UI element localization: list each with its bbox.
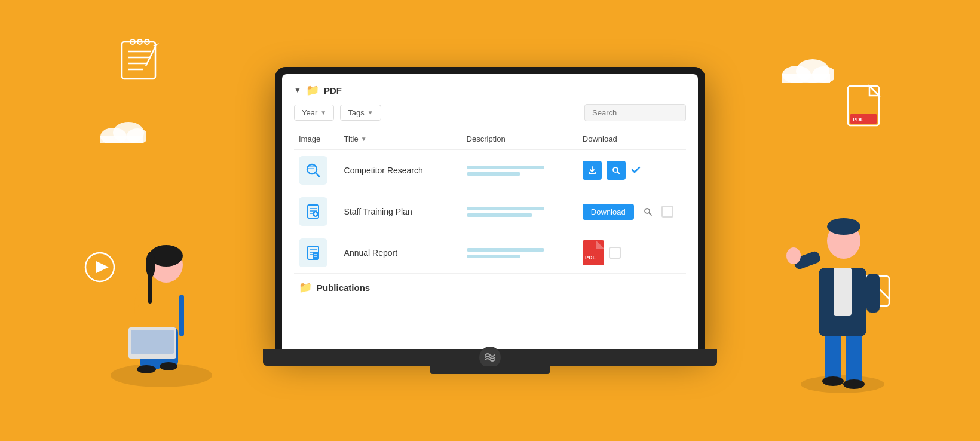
filters-row: Year ▼ Tags ▼ — [294, 104, 686, 121]
file-table: Image Title ▼ Description — [294, 131, 686, 301]
screen-content: ▼ 📁 PDF Year ▼ Tags ▼ — [282, 74, 698, 308]
search-input-wrap — [584, 104, 686, 121]
year-dropdown-arrow: ▼ — [320, 109, 326, 116]
row3-bar1 — [467, 248, 544, 252]
table-row: Staff Training Plan Download — [294, 191, 686, 232]
search-input[interactable] — [584, 104, 686, 121]
col-header-image: Image — [294, 131, 339, 150]
row1-bar2 — [467, 172, 520, 176]
svg-rect-49 — [866, 274, 880, 313]
deco-cloud-right — [780, 57, 834, 85]
row2-checkbox[interactable] — [662, 206, 673, 218]
row2-download-cell: Download — [578, 191, 686, 232]
svg-point-14 — [782, 66, 811, 83]
svg-marker-21 — [869, 86, 879, 96]
svg-marker-6 — [153, 43, 159, 47]
svg-point-16 — [812, 66, 834, 83]
row2-thumbnail — [299, 197, 327, 226]
subfolder-cell: 📁 Publications — [294, 274, 686, 302]
row3-title-cell: Annual Report — [339, 232, 462, 274]
row3-pdf-badge[interactable]: PDF — [583, 240, 604, 265]
svg-rect-22 — [850, 114, 877, 124]
table-row: Competitor Research — [294, 150, 686, 191]
row1-checkbox[interactable] — [630, 164, 641, 177]
laptop-stand — [430, 366, 550, 374]
svg-rect-56 — [307, 168, 314, 169]
svg-rect-13 — [100, 136, 143, 143]
svg-rect-52 — [829, 222, 858, 228]
svg-point-8 — [137, 39, 142, 44]
year-filter-label: Year — [302, 108, 317, 117]
svg-point-9 — [145, 39, 149, 44]
row2-title: Staff Training Plan — [344, 207, 412, 216]
deco-cloud-left — [99, 120, 146, 146]
row1-download-icon-button[interactable] — [583, 161, 602, 180]
folder-icon: 📁 — [306, 84, 319, 97]
person-standing — [783, 169, 902, 396]
svg-point-43 — [822, 376, 844, 386]
row3-thumbnail — [299, 238, 327, 267]
row3-checkbox[interactable] — [609, 247, 621, 259]
svg-rect-72 — [313, 252, 318, 259]
row2-download-button[interactable]: Download — [583, 204, 634, 220]
row1-download-actions — [583, 161, 681, 180]
sort-arrow-icon: ▼ — [361, 136, 367, 142]
svg-point-44 — [843, 379, 865, 389]
row2-title-cell: Staff Training Plan — [339, 191, 462, 232]
row2-bar2 — [467, 213, 532, 217]
tags-dropdown-arrow: ▼ — [368, 109, 373, 116]
svg-point-30 — [137, 365, 156, 373]
row3-download-cell: PDF — [578, 232, 686, 274]
svg-rect-55 — [307, 166, 316, 167]
svg-text:PDF: PDF — [585, 255, 596, 261]
row2-search-button[interactable] — [639, 203, 657, 220]
laptop-screen-inner: ▼ 📁 PDF Year ▼ Tags ▼ — [282, 74, 698, 349]
subfolder-row: 📁 Publications — [294, 274, 686, 302]
svg-rect-35 — [148, 274, 152, 304]
folder-name: PDF — [324, 85, 342, 96]
tags-filter-label: Tags — [348, 108, 364, 117]
svg-line-58 — [617, 172, 620, 174]
year-filter-button[interactable]: Year ▼ — [294, 105, 334, 121]
svg-rect-17 — [782, 74, 830, 83]
tags-filter-button[interactable]: Tags ▼ — [340, 105, 381, 121]
col-header-download: Download — [578, 131, 686, 150]
svg-point-66 — [645, 209, 650, 213]
row3-image-cell — [294, 232, 339, 274]
svg-point-15 — [796, 59, 829, 83]
row3-bar2 — [467, 255, 520, 258]
svg-point-12 — [127, 128, 146, 143]
row1-search-icon-button[interactable] — [607, 161, 626, 180]
svg-rect-41 — [825, 330, 841, 381]
col-header-title: Title ▼ — [339, 131, 462, 150]
row1-desc-bars — [467, 166, 573, 176]
svg-point-57 — [613, 167, 618, 172]
table-header-row: Image Title ▼ Description — [294, 131, 686, 150]
svg-rect-20 — [848, 86, 879, 125]
row2-bar1 — [467, 207, 544, 210]
row1-thumbnail — [299, 156, 327, 185]
svg-line-54 — [316, 173, 319, 176]
subfolder-name: Publications — [317, 283, 370, 293]
svg-text:PDF: PDF — [853, 117, 864, 122]
svg-line-67 — [649, 213, 651, 216]
svg-point-40 — [801, 375, 884, 393]
row3-desc-bars — [467, 248, 573, 258]
title-sort-button[interactable]: Title ▼ — [344, 134, 457, 143]
svg-point-31 — [160, 362, 177, 370]
row1-title-cell: Competitor Research — [339, 150, 462, 191]
row1-desc-cell — [462, 150, 578, 191]
svg-line-5 — [146, 47, 155, 66]
laptop-screen-outer: ▼ 📁 PDF Year ▼ Tags ▼ — [275, 67, 705, 349]
row3-desc-cell — [462, 232, 578, 274]
deco-notepad — [120, 36, 161, 84]
row1-title: Competitor Research — [344, 166, 423, 175]
table-row: Annual Report — [294, 232, 686, 274]
row2-desc-cell — [462, 191, 578, 232]
svg-rect-42 — [846, 330, 862, 384]
svg-rect-46 — [834, 268, 852, 316]
row2-image-cell — [294, 191, 339, 232]
subfolder-icon: 📁 — [299, 281, 312, 294]
row1-image-cell — [294, 150, 339, 191]
row3-download-actions: PDF — [583, 240, 681, 265]
